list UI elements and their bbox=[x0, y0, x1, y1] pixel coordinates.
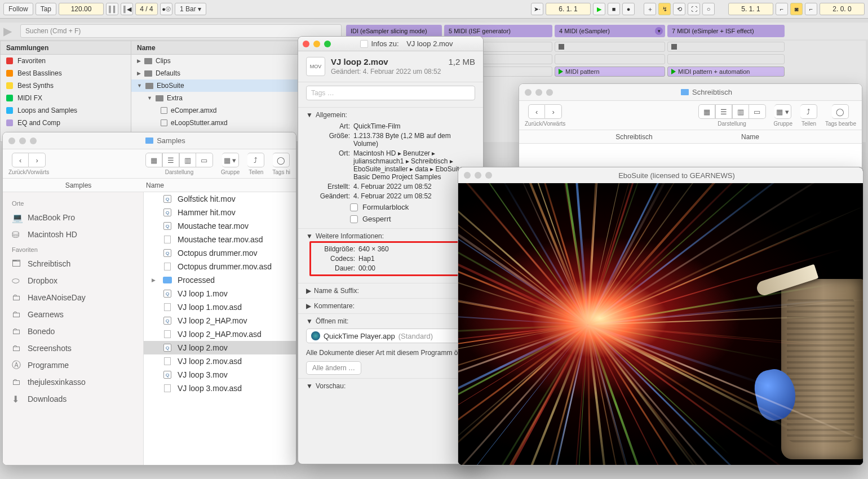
view-gallery-icon[interactable]: ▭ bbox=[749, 104, 766, 119]
re-enable-icon[interactable]: ⟲ bbox=[673, 3, 685, 15]
loop-switch-icon[interactable]: ◙ bbox=[790, 3, 803, 15]
view-icons-icon[interactable]: ▦ bbox=[145, 153, 162, 167]
sidebar-item[interactable]: ⬇Downloads bbox=[3, 391, 143, 407]
minimize-icon[interactable] bbox=[535, 89, 542, 96]
view-gallery-icon[interactable]: ▭ bbox=[196, 153, 213, 167]
section-open-with[interactable]: ▼Öffnen mit: bbox=[306, 317, 475, 325]
sidebar-item[interactable]: 🗀Bonedo bbox=[3, 323, 143, 340]
collection-item[interactable]: Best Basslines bbox=[1, 67, 131, 79]
zoom-icon[interactable] bbox=[30, 138, 37, 144]
view-list-icon[interactable]: ☰ bbox=[715, 104, 732, 119]
tap-button[interactable]: Tap bbox=[36, 3, 56, 15]
file-row[interactable]: VJ loop 2_HAP.mov.asd bbox=[144, 327, 296, 341]
sidebar-item[interactable]: ⛁Macintosh HD bbox=[3, 226, 143, 243]
section-weitere[interactable]: ▼Weitere Informationen: bbox=[306, 232, 475, 240]
group-button[interactable]: ▦ ▾ bbox=[222, 153, 239, 167]
arr-marker-icon[interactable]: ➤· bbox=[531, 3, 543, 15]
file-row[interactable]: QMoustache tear.mov bbox=[144, 219, 296, 233]
close-icon[interactable] bbox=[464, 172, 471, 179]
sidebar-item[interactable]: 💻MacBook Pro bbox=[3, 209, 143, 226]
record-button[interactable]: ● bbox=[622, 3, 635, 15]
file-row[interactable]: Moustache tear.mov.asd bbox=[144, 233, 296, 246]
search-input[interactable]: Suchen (Cmd + F) bbox=[20, 24, 342, 38]
forward-button[interactable]: › bbox=[545, 104, 562, 119]
collection-item[interactable]: MIDI FX bbox=[1, 92, 131, 104]
zoom-icon[interactable] bbox=[324, 41, 331, 47]
sidebar-item[interactable]: ⒶProgramme bbox=[3, 357, 143, 374]
tags-button[interactable]: ◯ bbox=[832, 104, 849, 119]
capture-icon[interactable]: ⛶ bbox=[688, 3, 700, 15]
view-list-icon[interactable]: ☰ bbox=[162, 153, 179, 167]
chevron-down-icon[interactable]: ▾ bbox=[655, 27, 663, 35]
tags-button[interactable]: ◯ bbox=[273, 153, 290, 167]
clip-slot[interactable] bbox=[555, 42, 665, 52]
file-row[interactable]: QGolfstick hit.mov bbox=[144, 192, 296, 206]
file-row[interactable]: Octopus drummer.mov.asd bbox=[144, 260, 296, 273]
section-allgemein[interactable]: ▼Allgemein: bbox=[306, 111, 475, 119]
view-icons-icon[interactable]: ▦ bbox=[698, 104, 715, 119]
bar-menu[interactable]: 1 Bar ▾ bbox=[175, 3, 206, 15]
metronome-dot-icon[interactable]: ●⦾ bbox=[160, 3, 172, 15]
clip-midi-pattern[interactable]: MIDI pattern bbox=[555, 66, 665, 77]
column-header-name[interactable]: Name bbox=[146, 181, 164, 189]
file-row[interactable]: VJ loop 3.mov.asd bbox=[144, 382, 296, 395]
group-button[interactable]: ▦ ▾ bbox=[774, 104, 791, 119]
file-row[interactable]: QOctopus drummer.mov bbox=[144, 246, 296, 260]
minimize-icon[interactable] bbox=[19, 138, 26, 144]
checkbox-formularblock[interactable]: Formularblock bbox=[306, 201, 475, 213]
view-columns-icon[interactable]: ▥ bbox=[179, 153, 196, 167]
tags-input[interactable]: Tags … bbox=[306, 86, 475, 100]
section-name-suffix[interactable]: ▶Name & Suffix: bbox=[306, 287, 475, 295]
back-button[interactable]: ‹ bbox=[528, 104, 545, 119]
section-vorschau[interactable]: ▼Vorschau: bbox=[306, 382, 475, 390]
file-row[interactable]: VJ loop 2.mov.asd bbox=[144, 354, 296, 368]
file-row[interactable]: QVJ loop 1.mov bbox=[144, 287, 296, 300]
sidebar-item[interactable]: 🗀thejulesxinkasso bbox=[3, 374, 143, 391]
file-row[interactable]: QHammer hit.mov bbox=[144, 206, 296, 219]
track-header-3[interactable]: 4 MIDI (eSampler)▾ bbox=[555, 25, 665, 37]
close-icon[interactable] bbox=[525, 89, 532, 96]
change-all-button[interactable]: Alle ändern … bbox=[306, 361, 361, 375]
section-kommentare[interactable]: ▶Kommentare: bbox=[306, 302, 475, 310]
collection-item[interactable]: Best Synths bbox=[1, 79, 131, 92]
file-row[interactable]: QVJ loop 2_HAP.mov bbox=[144, 314, 296, 327]
sidebar-item[interactable]: 🗀Gearnews bbox=[3, 306, 143, 323]
clip-slot[interactable] bbox=[555, 54, 665, 64]
collection-item[interactable]: Favoriten bbox=[1, 55, 131, 67]
column-header-name[interactable]: Name bbox=[741, 133, 854, 141]
position3-display[interactable]: 2. 0. 0 bbox=[820, 3, 865, 15]
position-display[interactable]: 6. 1. 1 bbox=[546, 3, 591, 15]
play-button[interactable]: ▶ bbox=[593, 3, 605, 15]
close-icon[interactable] bbox=[303, 41, 309, 47]
clip-slot[interactable] bbox=[667, 54, 785, 64]
time-signature[interactable]: 4 / 4 bbox=[135, 3, 158, 15]
session-record-icon[interactable]: ○ bbox=[702, 3, 715, 15]
clip-midi-pattern-auto[interactable]: MIDI pattern + automation bbox=[667, 66, 785, 77]
open-with-select[interactable]: QuickTime Player.app (Standard) ⌄ bbox=[306, 329, 475, 343]
track-header-4[interactable]: 7 MIDI (eSimpler + ISF effect) bbox=[667, 25, 785, 37]
sidebar-item[interactable]: 🗔Schreibtisch bbox=[3, 255, 143, 272]
nudge-down-icon[interactable]: ║◀ bbox=[121, 3, 133, 15]
zoom-icon[interactable] bbox=[485, 172, 492, 179]
collection-item[interactable]: Loops and Samples bbox=[1, 104, 131, 117]
minimize-icon[interactable] bbox=[313, 41, 320, 47]
position2-display[interactable]: 5. 1. 1 bbox=[728, 3, 773, 15]
overdub-icon[interactable]: ＋ bbox=[644, 3, 656, 15]
follow-button[interactable]: Follow bbox=[3, 3, 33, 15]
back-button[interactable]: ‹ bbox=[12, 153, 29, 167]
file-row[interactable]: QVJ loop 2.mov bbox=[144, 341, 296, 354]
scene-play-icon[interactable]: ▶ bbox=[3, 24, 17, 38]
metronome-icon[interactable]: ║║ bbox=[106, 3, 118, 15]
share-button[interactable]: ⤴ bbox=[800, 104, 817, 119]
loop-end-icon[interactable]: ⌐ bbox=[805, 3, 817, 15]
automation-arm-icon[interactable]: ↯ bbox=[658, 3, 671, 15]
sidebar-item[interactable]: ⬭Dropbox bbox=[3, 272, 143, 289]
checkbox-gesperrt[interactable]: Gesperrt bbox=[306, 213, 475, 225]
minimize-icon[interactable] bbox=[475, 172, 481, 179]
tempo-field[interactable]: 120.00 bbox=[59, 3, 104, 15]
loop-start-icon[interactable]: ⌐ bbox=[776, 3, 788, 15]
forward-button[interactable]: › bbox=[29, 153, 46, 167]
collection-item[interactable]: EQ and Comp bbox=[1, 117, 131, 129]
sidebar-item[interactable]: 🗀HaveANoiseDay bbox=[3, 289, 143, 306]
zoom-icon[interactable] bbox=[546, 89, 553, 96]
